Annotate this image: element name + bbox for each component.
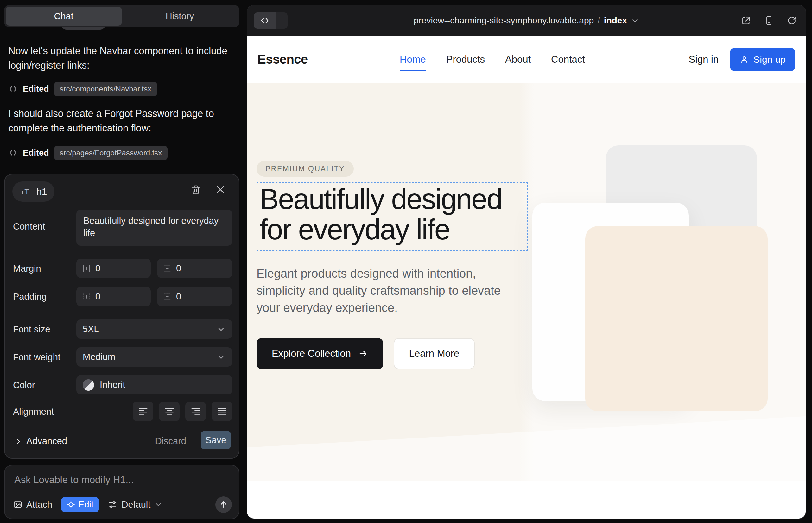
premium-quality-badge: PREMIUM QUALITY (257, 161, 354, 177)
code-toggle-segment[interactable] (276, 12, 287, 29)
selected-element-pill[interactable]: тT h1 (12, 181, 54, 202)
site-brand[interactable]: Essence (258, 52, 308, 67)
preview-topbar: preview--charming-site-symphony.lovable.… (247, 5, 806, 36)
chevron-down-icon (154, 501, 162, 509)
align-right-button[interactable] (185, 402, 206, 421)
chat-composer: Attach Edit Default (4, 465, 240, 519)
element-tag-label: h1 (36, 186, 47, 197)
hero-section: PREMIUM QUALITY Beautifully designed for… (247, 83, 806, 481)
element-editor-panel: тT h1 Content Beautifully designed for e… (4, 174, 240, 459)
mobile-view-icon[interactable] (764, 16, 774, 26)
open-external-icon[interactable] (741, 16, 751, 26)
sign-up-label: Sign up (754, 54, 786, 65)
margin-x-field[interactable] (76, 259, 151, 278)
chat-message: Now let's update the Navbar component to… (8, 44, 233, 72)
sign-up-button[interactable]: Sign up (730, 48, 795, 71)
sign-in-link[interactable]: Sign in (688, 54, 719, 65)
margin-vertical-icon (163, 264, 172, 273)
attach-button[interactable]: Attach (13, 500, 52, 510)
margin-horizontal-icon (82, 264, 91, 273)
advanced-label: Advanced (26, 436, 67, 446)
close-editor-button[interactable] (215, 184, 226, 195)
color-label: Color (13, 380, 35, 390)
chevron-down-icon (631, 16, 639, 25)
file-chip[interactable]: src/components/Navbar.tsx (54, 82, 157, 96)
font-size-label: Font size (13, 324, 50, 335)
url-separator: / (598, 16, 600, 26)
margin-y-input[interactable] (176, 263, 226, 273)
edited-file-row: Edited src/pages/ForgotPassword.tsx (8, 146, 167, 160)
hero-content: PREMIUM QUALITY Beautifully designed for… (257, 83, 542, 369)
font-size-value: 5XL (83, 324, 99, 334)
edited-label: Edited (23, 148, 49, 158)
refresh-icon[interactable] (787, 16, 797, 26)
nav-link-products[interactable]: Products (446, 54, 485, 65)
alignment-label: Alignment (13, 407, 54, 417)
default-mode-button[interactable]: Default (108, 500, 162, 510)
align-center-button[interactable] (159, 402, 180, 421)
nav-link-home[interactable]: Home (400, 54, 426, 65)
code-icon (254, 12, 276, 29)
target-icon (67, 501, 75, 509)
chevron-right-icon (14, 437, 22, 446)
padding-vertical-icon (163, 292, 172, 301)
sidebar-tabbar: Chat History (4, 5, 240, 27)
chevron-down-icon (216, 353, 226, 362)
hero-heading[interactable]: Beautifully designed for everyday life (260, 184, 524, 245)
color-value: Inherit (100, 380, 125, 390)
preview-url-page: index (604, 16, 627, 26)
preview-pane: preview--charming-site-symphony.lovable.… (247, 5, 806, 519)
tab-chat[interactable]: Chat (6, 7, 122, 26)
padding-label: Padding (13, 292, 47, 302)
typography-icon: тT (20, 186, 33, 197)
content-input[interactable]: Beautifully designed for everyday life (76, 210, 232, 246)
delete-element-button[interactable] (190, 184, 201, 195)
edit-label: Edit (78, 500, 93, 510)
hero-paragraph: Elegant products designed with intention… (257, 265, 508, 317)
preview-url-dropdown[interactable]: preview--charming-site-symphony.lovable.… (413, 5, 639, 36)
align-justify-button[interactable] (212, 402, 232, 421)
margin-x-input[interactable] (95, 263, 145, 273)
save-button[interactable]: Save (201, 431, 231, 449)
edit-mode-button[interactable]: Edit (61, 497, 99, 512)
composer-toolbar: Attach Edit Default (13, 497, 232, 513)
align-left-button[interactable] (133, 402, 153, 421)
content-label: Content (13, 221, 45, 232)
svg-text:тT: тT (21, 188, 29, 196)
alignment-buttons (133, 402, 232, 421)
code-view-toggle[interactable] (254, 12, 287, 29)
chat-message: I should also create a Forgot Password p… (8, 106, 233, 135)
discard-button[interactable]: Discard (155, 436, 186, 446)
nav-link-about[interactable]: About (505, 54, 531, 65)
explore-collection-button[interactable]: Explore Collection (257, 338, 383, 369)
image-icon (13, 500, 22, 509)
edited-file-row: Edited src/components/Navbar.tsx (8, 82, 157, 96)
font-size-select[interactable]: 5XL (76, 320, 232, 339)
tab-history[interactable]: History (122, 7, 238, 26)
site-nav-auth: Sign in Sign up (688, 48, 795, 71)
selected-element-outline[interactable]: Beautifully designed for everyday life (257, 182, 528, 251)
padding-x-input[interactable] (95, 291, 145, 302)
advanced-toggle[interactable]: Advanced (14, 436, 67, 446)
preview-url-host: preview--charming-site-symphony.lovable.… (413, 16, 594, 26)
code-icon (8, 148, 18, 158)
margin-y-field[interactable] (157, 259, 232, 278)
padding-y-input[interactable] (176, 291, 226, 302)
code-icon (8, 84, 18, 94)
sliders-icon (108, 500, 118, 509)
site-canvas: Essence Home Products About Contact Sign… (247, 36, 806, 519)
send-button[interactable] (215, 497, 232, 513)
chevron-down-icon (216, 325, 226, 334)
padding-x-field[interactable] (76, 287, 151, 306)
arrow-right-icon (358, 349, 368, 358)
font-weight-value: Medium (83, 352, 115, 362)
site-navbar: Essence Home Products About Contact Sign… (247, 36, 806, 83)
font-weight-select[interactable]: Medium (76, 347, 232, 366)
attach-label: Attach (26, 500, 52, 510)
color-select[interactable]: Inherit (76, 375, 232, 395)
composer-input[interactable] (14, 474, 217, 486)
file-chip[interactable]: src/pages/ForgotPassword.tsx (54, 146, 168, 160)
nav-link-contact[interactable]: Contact (551, 54, 585, 65)
learn-more-button[interactable]: Learn More (394, 338, 475, 369)
padding-y-field[interactable] (157, 287, 232, 306)
